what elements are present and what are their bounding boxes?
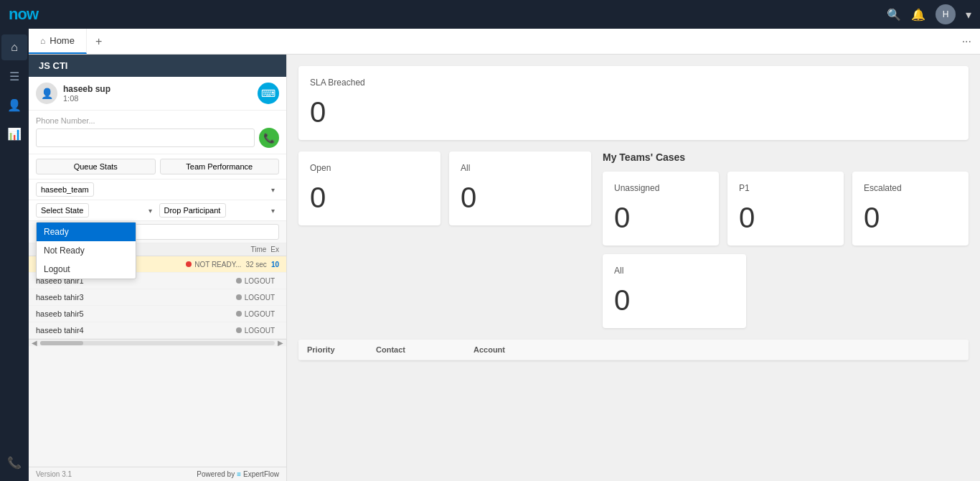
escalated-card: Escalated 0: [852, 172, 969, 246]
dial-button[interactable]: ⌨: [258, 83, 279, 104]
table-header: Priority Contact Account: [298, 340, 969, 360]
stats-cards-row: SLA Breached 0: [298, 66, 969, 140]
p1-title: P1: [739, 183, 832, 193]
tab-more-button[interactable]: ···: [953, 35, 980, 48]
sla-breached-value: 0: [310, 96, 957, 129]
user-info-left: 👤 haseeb sup 1:08: [36, 83, 110, 104]
state-dropdown-menu: Ready Not Ready Logout: [36, 222, 136, 279]
sidebar-item-home[interactable]: ⌂: [1, 34, 27, 60]
bell-icon[interactable]: 🔔: [911, 8, 925, 22]
status-dot-gray: [236, 294, 242, 300]
unassigned-title: Unassigned: [614, 183, 707, 193]
sidebar-item-chart[interactable]: 📊: [1, 121, 27, 146]
participant-dropdown-wrapper: Drop Participant: [159, 203, 280, 218]
col-contact: Contact: [376, 345, 462, 354]
team-performance-button[interactable]: Team Performance: [160, 159, 280, 174]
team-dropdown-wrapper: haseeb_team: [36, 182, 279, 197]
menu-item-logout[interactable]: Logout: [37, 260, 136, 279]
agent-status: LOGOUT: [245, 327, 275, 335]
all-card: All 0: [449, 151, 591, 225]
sidebar-item-users[interactable]: 👤: [1, 92, 27, 118]
expertflow-icon: ≡: [237, 470, 241, 478]
version-label: Version 3.1: [36, 470, 72, 478]
cti-title: JS CTI: [29, 55, 286, 77]
tab-home[interactable]: ⌂ Home: [29, 29, 87, 54]
cti-footer: Version 3.1 Powered by ≡ ExpertFlow: [29, 467, 286, 481]
user-details: haseeb sup 1:08: [63, 84, 110, 103]
left-stats-col: Open 0 All 0: [298, 151, 591, 328]
user-avatar-cti: 👤: [36, 83, 57, 104]
col-header-ex: Ex: [270, 246, 279, 253]
teams-cards-row: Unassigned 0 P1 0 Escalated 0: [603, 172, 969, 246]
dropdowns-row: Select State Drop Participant Ready Not …: [29, 200, 286, 221]
sla-breached-card: SLA Breached 0: [298, 66, 969, 140]
right-content: SLA Breached 0 Open 0 All 0: [287, 55, 980, 481]
scroll-thumb: [40, 341, 83, 345]
participant-dropdown[interactable]: Drop Participant: [159, 203, 226, 218]
agent-status: LOGOUT: [245, 277, 275, 285]
teams-all-title: All: [614, 266, 735, 276]
status-dot-gray: [236, 278, 242, 284]
teams-all-value: 0: [614, 284, 735, 317]
state-dropdown-wrapper: Select State: [36, 203, 156, 218]
top-navigation: now 🔍 🔔 H ▾: [0, 0, 980, 29]
col-header-time: Time: [250, 246, 266, 253]
nav-icons: 🔍 🔔 H ▾: [887, 4, 971, 24]
status-dot-gray: [236, 311, 242, 317]
teams-all-card-row: All 0: [603, 254, 969, 328]
expertflow-branding: Powered by ≡ ExpertFlow: [197, 470, 279, 478]
teams-title: My Teams' Cases: [603, 151, 969, 163]
p1-card: P1 0: [727, 172, 844, 246]
phone-label: Phone Number...: [36, 116, 279, 125]
app-logo: now: [9, 5, 38, 24]
agent-name: haseeb tahir4: [36, 326, 236, 335]
sidebar-item-list[interactable]: ☰: [1, 63, 27, 89]
teams-cases-section: My Teams' Cases Unassigned 0 P1 0 Escala…: [603, 151, 969, 328]
tab-add-button[interactable]: +: [87, 35, 110, 48]
left-sidebar: ⌂ ☰ 👤 📊 📞: [0, 29, 29, 481]
tab-bar: ⌂ Home + ···: [29, 29, 980, 55]
home-tab-icon: ⌂: [40, 36, 45, 46]
main-content: JS CTI 👤 haseeb sup 1:08 ⌨ Phone Number.…: [29, 55, 980, 481]
status-dot-red: [186, 261, 192, 267]
teams-all-card: All 0: [603, 254, 746, 328]
agent-row[interactable]: haseeb tahir5 LOGOUT: [29, 306, 286, 322]
agent-status: LOGOUT: [245, 310, 275, 318]
agent-status: LOGOUT: [245, 294, 275, 302]
user-info-row: 👤 haseeb sup 1:08 ⌨: [29, 77, 286, 111]
all-value: 0: [461, 182, 580, 214]
queue-stats-button[interactable]: Queue Stats: [36, 159, 156, 174]
team-dropdown[interactable]: haseeb_team: [36, 182, 94, 197]
agent-row[interactable]: haseeb tahir4 LOGOUT: [29, 322, 286, 339]
queue-buttons: Queue Stats Team Performance: [29, 154, 286, 179]
phone-input-row: 📞: [36, 128, 279, 148]
escalated-value: 0: [864, 202, 957, 234]
col-priority: Priority: [307, 345, 364, 354]
call-button[interactable]: 📞: [259, 128, 279, 148]
open-card: Open 0: [298, 151, 440, 225]
menu-item-not-ready[interactable]: Not Ready: [37, 241, 136, 260]
cti-body: 👤 haseeb sup 1:08 ⌨ Phone Number... 📞: [29, 77, 286, 467]
state-dropdown[interactable]: Select State: [36, 203, 89, 218]
sidebar-item-phone[interactable]: 📞: [1, 449, 27, 475]
unassigned-card: Unassigned 0: [603, 172, 719, 246]
cti-panel: JS CTI 👤 haseeb sup 1:08 ⌨ Phone Number.…: [29, 55, 287, 481]
sla-breached-title: SLA Breached: [310, 78, 957, 88]
col-account: Account: [473, 345, 505, 354]
scroll-left-arrow[interactable]: ◀: [32, 339, 37, 347]
agent-time: 32 sec: [245, 261, 266, 268]
agent-name: haseeb tahir3: [36, 293, 236, 302]
open-value: 0: [310, 182, 429, 214]
open-all-cards: Open 0 All 0: [298, 151, 591, 225]
phone-input[interactable]: [36, 129, 255, 147]
agent-row[interactable]: haseeb tahir3 LOGOUT: [29, 289, 286, 306]
menu-item-ready[interactable]: Ready: [37, 223, 136, 241]
user-avatar[interactable]: H: [936, 4, 956, 24]
expertflow-name: ExpertFlow: [243, 470, 279, 478]
user-time: 1:08: [63, 94, 110, 103]
scroll-right-arrow[interactable]: ▶: [278, 339, 283, 347]
agent-status: NOT READY...: [194, 261, 241, 268]
chevron-down-icon[interactable]: ▾: [966, 8, 971, 22]
search-icon[interactable]: 🔍: [887, 8, 901, 22]
team-dropdown-row: haseeb_team: [29, 179, 286, 200]
